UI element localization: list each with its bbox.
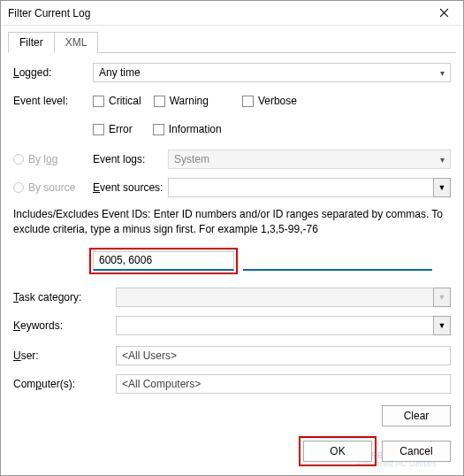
checkbox-icon: [154, 96, 165, 107]
label-logged: Logged:: [13, 66, 93, 79]
user-input[interactable]: <All Users>: [116, 346, 451, 365]
highlight-event-ids: [89, 248, 238, 274]
checkbox-error[interactable]: Error: [93, 123, 133, 135]
dropdown-button[interactable]: ▼: [433, 178, 451, 197]
logged-value: Any time: [99, 66, 141, 79]
tab-strip: Filter XML: [8, 31, 456, 53]
titlebar: Filter Current Log: [1, 1, 463, 26]
checkbox-label-warning: Warning: [170, 95, 209, 107]
cancel-button[interactable]: Cancel: [382, 441, 451, 462]
keywords-value: [116, 316, 433, 335]
label-event-logs: Event logs:: [93, 153, 168, 165]
label-task-category: Task category:: [13, 291, 116, 303]
chevron-down-icon: ▾: [440, 155, 445, 165]
radio-icon: [13, 182, 24, 193]
dialog-footer: OK Cancel: [299, 436, 451, 466]
radio-by-log: By log: [13, 153, 93, 165]
radio-by-source: By source: [13, 181, 93, 194]
radio-icon: [13, 154, 24, 165]
clear-button[interactable]: Clear: [382, 405, 451, 426]
logged-select[interactable]: Any time ▾: [93, 63, 451, 82]
checkbox-label-information: Information: [169, 123, 222, 135]
event-id-instructions: Includes/Excludes Event IDs: Enter ID nu…: [13, 207, 451, 237]
task-category-select[interactable]: ▼: [116, 288, 451, 307]
checkbox-icon: [93, 124, 104, 135]
label-event-level: Event level:: [13, 95, 93, 107]
event-sources-value: [168, 178, 433, 197]
keywords-select[interactable]: ▼: [116, 316, 451, 335]
event-logs-value: System: [174, 153, 209, 165]
event-sources-select[interactable]: ▼: [168, 178, 451, 197]
input-underline: [243, 269, 432, 271]
dropdown-button[interactable]: ▼: [433, 316, 451, 335]
task-category-value: [116, 288, 433, 307]
close-button[interactable]: [426, 2, 461, 25]
event-ids-input[interactable]: [93, 251, 234, 271]
checkbox-warning[interactable]: Warning: [154, 95, 209, 107]
label-event-sources: Event sources:: [93, 181, 168, 194]
checkbox-information[interactable]: Information: [153, 123, 222, 135]
checkbox-icon: [153, 124, 164, 135]
event-logs-select: System ▾: [168, 150, 451, 169]
checkbox-label-verbose: Verbose: [258, 95, 297, 107]
tab-filter[interactable]: Filter: [8, 32, 55, 53]
checkbox-icon: [242, 96, 254, 107]
label-keywords: Keywords:: [13, 319, 116, 332]
chevron-down-icon: ▾: [440, 68, 445, 78]
checkbox-critical[interactable]: Critical: [93, 95, 141, 107]
checkbox-verbose[interactable]: Verbose: [242, 95, 297, 107]
tab-xml[interactable]: XML: [54, 32, 99, 53]
label-user: User:: [13, 349, 116, 362]
dropdown-button: ▼: [433, 288, 451, 307]
computers-input[interactable]: <All Computers>: [116, 374, 451, 394]
close-icon: [439, 8, 449, 18]
tab-content: Logged: Any time ▾ Event level: Critical…: [1, 53, 463, 435]
checkbox-icon: [93, 96, 104, 107]
highlight-ok: OK: [299, 436, 377, 466]
checkbox-label-error: Error: [109, 123, 133, 135]
ok-button[interactable]: OK: [303, 441, 372, 462]
window-title: Filter Current Log: [8, 7, 90, 19]
label-computers: Computer(s):: [13, 378, 116, 390]
checkbox-label-critical: Critical: [109, 95, 141, 107]
radio-label-by-source: By source: [28, 181, 75, 194]
radio-label-by-log: By log: [28, 153, 57, 165]
